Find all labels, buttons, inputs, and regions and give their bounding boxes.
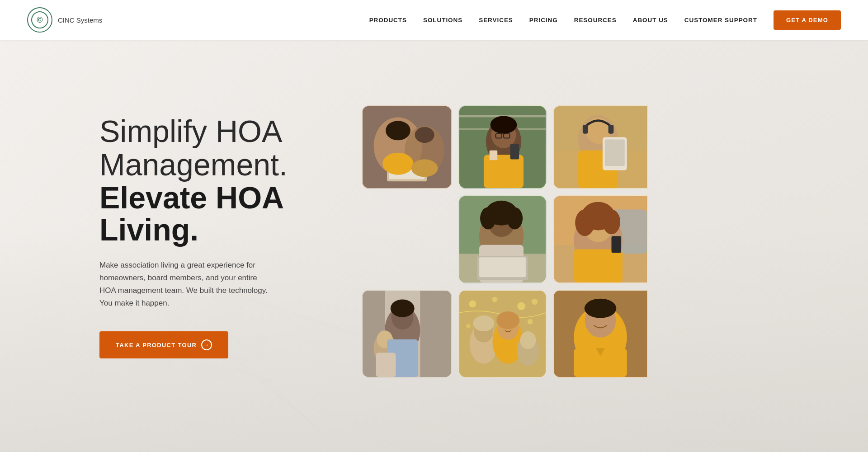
- product-tour-button[interactable]: TAKE A PRODUCT TOUR →: [99, 331, 228, 358]
- svg-point-32: [411, 159, 438, 177]
- svg-point-27: [386, 121, 410, 140]
- photo-card-3: [553, 105, 648, 189]
- svg-point-93: [466, 324, 471, 328]
- svg-point-97: [473, 315, 494, 331]
- svg-rect-44: [490, 150, 498, 160]
- photo-card-5: [553, 195, 648, 283]
- svg-point-92: [532, 298, 538, 305]
- svg-point-108: [585, 298, 617, 318]
- svg-point-102: [520, 331, 536, 349]
- nav-pricing[interactable]: PRICING: [529, 17, 558, 24]
- nav-products[interactable]: PRODUCTS: [369, 17, 407, 24]
- logo-icon: ©: [27, 7, 52, 33]
- hero-section: Simplify HOAManagement. Elevate HOALivin…: [0, 40, 868, 452]
- photo-card-6: [362, 290, 452, 378]
- nav-links: PRODUCTS SOLUTIONS SERVICES PRICING RESO…: [369, 17, 757, 24]
- nav-resources[interactable]: RESOURCES: [574, 17, 617, 24]
- brand-name: CINC Systems: [58, 16, 102, 24]
- photo-card-2: [458, 105, 547, 189]
- svg-point-89: [469, 300, 476, 307]
- svg-point-100: [496, 311, 519, 329]
- photo-card-7: [458, 290, 547, 378]
- hero-title-bold: Elevate HOALiving.: [99, 182, 326, 246]
- svg-point-90: [492, 297, 497, 302]
- svg-point-94: [528, 319, 533, 324]
- nav-customer-support[interactable]: CUSTOMER SUPPORT: [684, 17, 757, 24]
- hero-title-light: Simplify HOAManagement.: [99, 114, 326, 182]
- svg-point-91: [517, 302, 525, 310]
- arrow-icon: →: [201, 339, 212, 350]
- photo-card-8: [553, 290, 648, 378]
- hero-text-block: Simplify HOAManagement. Elevate HOALivin…: [99, 114, 326, 359]
- svg-point-28: [415, 127, 434, 142]
- hero-description: Make association living a great experien…: [99, 259, 271, 310]
- get-demo-button[interactable]: GET A DEMO: [774, 10, 841, 30]
- svg-rect-43: [510, 144, 519, 159]
- svg-point-61: [480, 207, 496, 229]
- nav-about-us[interactable]: ABOUT US: [633, 17, 668, 24]
- svg-rect-50: [583, 125, 588, 134]
- svg-point-74: [603, 209, 620, 234]
- photo-card-1: [362, 105, 452, 189]
- svg-rect-86: [376, 353, 396, 377]
- svg-point-42: [491, 116, 517, 133]
- svg-point-82: [391, 299, 415, 317]
- logo-link[interactable]: © CINC Systems: [27, 7, 102, 33]
- hero-photo-grid: [362, 105, 814, 378]
- svg-point-73: [575, 209, 594, 236]
- hero-content: Simplify HOAManagement. Elevate HOALivin…: [0, 78, 868, 414]
- svg-rect-75: [574, 249, 623, 282]
- photo-card-4: [458, 195, 547, 283]
- svg-rect-54: [605, 139, 625, 166]
- svg-rect-51: [609, 125, 614, 134]
- nav-services[interactable]: SERVICES: [479, 17, 513, 24]
- svg-rect-65: [479, 257, 526, 277]
- svg-point-31: [382, 152, 413, 174]
- svg-rect-76: [611, 236, 621, 253]
- svg-point-62: [507, 207, 523, 229]
- nav-solutions[interactable]: SOLUTIONS: [423, 17, 462, 24]
- navigation: © CINC Systems PRODUCTS SOLUTIONS SERVIC…: [0, 0, 868, 40]
